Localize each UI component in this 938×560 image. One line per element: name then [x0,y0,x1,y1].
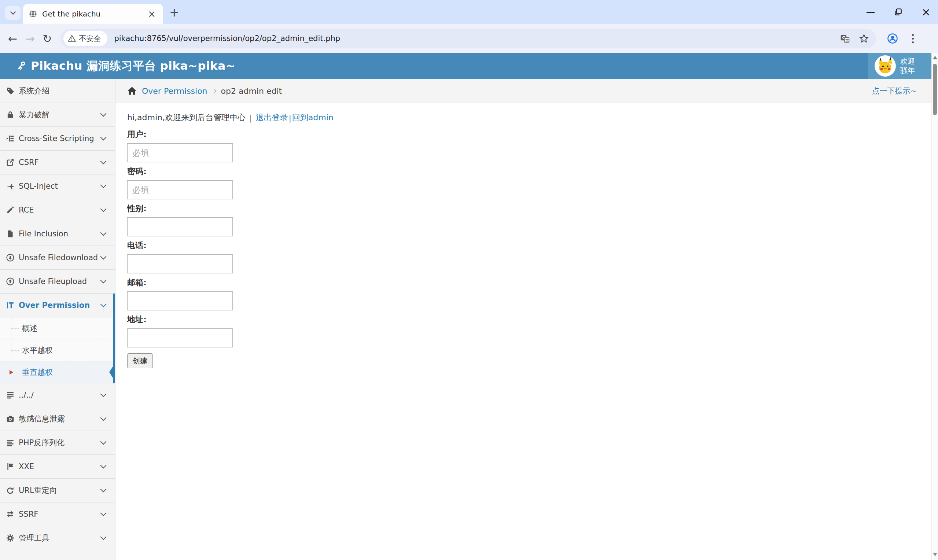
forward-icon[interactable]: → [25,32,34,45]
bookmark-star-icon[interactable] [859,34,869,43]
sidebar-item-xss[interactable]: Cross-Site Scripting [0,127,115,151]
align-justify-icon [6,391,19,399]
home-icon[interactable] [127,86,137,95]
tab-title: Get the pikachu [42,9,146,18]
sidebar-item-unsafe-filedownload[interactable]: Unsafe Filedownload [0,246,115,270]
translate-icon[interactable]: G文 [840,34,850,43]
sidebar-item-url-redirect[interactable]: URL重定向 [0,478,115,503]
flag-icon [6,463,19,471]
sidebar-item-rce[interactable]: RCE [0,198,115,222]
page-scrollbar[interactable] [932,53,938,560]
window-close-button[interactable]: × [921,6,931,18]
gender-label: 性别: [127,203,932,214]
warning-triangle-icon [68,34,76,43]
scroll-up-arrow-icon[interactable] [933,56,937,59]
logout-link[interactable]: 退出登录 [255,112,288,123]
password-label: 密码: [127,166,932,177]
create-user-form: 用户: 密码: 性别: 电话: 邮箱: 地址: [127,129,932,368]
profile-icon[interactable] [887,33,898,44]
chevron-down-icon [10,9,16,15]
welcome-message: hi,admin,欢迎来到后台管理中心 [127,112,246,123]
back-icon[interactable]: ← [8,32,17,45]
user-panel[interactable]: 欢迎 骚年 [868,53,932,79]
sidebar-subitem-overview[interactable]: 概述 [0,317,115,339]
chevron-down-icon [100,415,107,421]
breadcrumb: Over Permission op2 admin edit [127,86,872,95]
chevron-down-icon [100,277,107,284]
outdent-icon [6,134,19,143]
camera-icon [6,415,19,423]
sidebar-item-over-permission[interactable]: Over Permission [0,294,115,317]
chevron-down-icon [100,463,107,469]
sidebar-item-admin-tools[interactable]: 管理工具 [0,526,115,550]
password-input[interactable] [127,180,233,199]
web-page: Pikachu 漏洞练习平台 pika~pika~ 欢迎 骚年 [0,53,938,560]
text-height-icon [6,301,19,309]
chevron-down-icon [100,134,107,141]
chevron-down-icon [100,230,107,236]
chevron-down-icon [100,301,107,308]
gear-icon [6,534,19,542]
security-chip[interactable]: 不安全 [63,31,108,46]
lock-icon [6,111,19,119]
sidebar-item-dir-traversal[interactable]: ../../ [0,383,115,407]
tab-favicon-globe-icon [29,10,37,18]
jet-icon [6,182,19,190]
window-restore-button[interactable] [893,8,903,17]
sidebar-item-brute-force[interactable]: 暴力破解 [0,103,115,127]
chevron-down-icon [100,182,107,188]
sidebar-item-php-deserialize[interactable]: PHP反序列化 [0,431,115,455]
pencil-icon [6,206,19,214]
reload-icon[interactable]: ↻ [43,32,52,45]
active-caret-icon [9,370,13,375]
sidebar-item-info-leak[interactable]: 敏感信息泄露 [0,407,115,431]
over-permission-submenu: 概述 水平越权 垂直越权 [0,317,115,383]
scroll-down-arrow-icon[interactable] [933,553,937,556]
pikachu-avatar [875,55,896,77]
sidebar-item-sql-inject[interactable]: SQL-Inject [0,174,115,198]
username-label: 用户: [127,129,932,140]
gender-input[interactable] [127,217,233,236]
sidebar-subitem-horizontal[interactable]: 水平越权 [0,339,115,362]
file-icon [6,230,19,238]
sidebar-item-file-inclusion[interactable]: File Inclusion [0,222,115,246]
browser-menu-icon[interactable] [912,34,914,43]
address-label: 地址: [127,314,932,325]
breadcrumb-section-link[interactable]: Over Permission [142,86,208,95]
username-input[interactable] [127,143,233,162]
chevron-down-icon [100,486,107,492]
site-title: Pikachu 漏洞练习平台 pika~pika~ [31,58,235,74]
chevron-down-icon [100,534,107,540]
circle-up-icon [6,277,19,286]
breadcrumb-separator-icon [212,89,217,94]
align-left-icon [6,439,19,447]
sidebar-group-over-permission: Over Permission 概述 水平越权 垂直越权 [0,294,115,383]
sidebar-item-csrf[interactable]: CSRF [0,151,115,174]
window-minimize-button[interactable] [867,12,875,13]
browser-tab[interactable]: Get the pikachu × [23,4,163,24]
scrollbar-thumb[interactable] [933,64,937,115]
sidebar-item-system-intro[interactable]: 系统介绍 [0,79,115,103]
chevron-down-icon [100,439,107,445]
new-tab-button[interactable]: + [169,6,179,18]
phone-label: 电话: [127,240,932,251]
chevron-down-icon [100,254,107,260]
tab-close-icon[interactable]: × [146,9,158,19]
create-button[interactable]: 创建 [127,353,153,368]
url-text[interactable]: pikachu:8765/vul/overpermission/op2/op2_… [114,34,840,43]
email-label: 邮箱: [127,277,932,288]
email-input[interactable] [127,291,233,311]
url-bar[interactable]: 不安全 pikachu:8765/vul/overpermission/op2/… [60,29,876,48]
sidebar-item-ssrf[interactable]: SSRF [0,503,115,526]
sidebar: 系统介绍 暴力破解 Cross-Site Scripting CSRF SQL-… [0,79,115,560]
back-to-admin-link[interactable]: 回到admin [292,112,334,123]
hint-link[interactable]: 点一下提示~ [872,86,917,96]
phone-input[interactable] [127,254,233,274]
external-link-icon [6,158,19,166]
sidebar-item-unsafe-fileupload[interactable]: Unsafe Fileupload [0,270,115,294]
address-input[interactable] [127,328,233,348]
tab-search-button[interactable] [5,6,20,20]
sidebar-item-xxe[interactable]: XXE [0,455,115,478]
chevron-down-icon [100,158,107,165]
sidebar-subitem-vertical[interactable]: 垂直越权 [0,362,115,383]
